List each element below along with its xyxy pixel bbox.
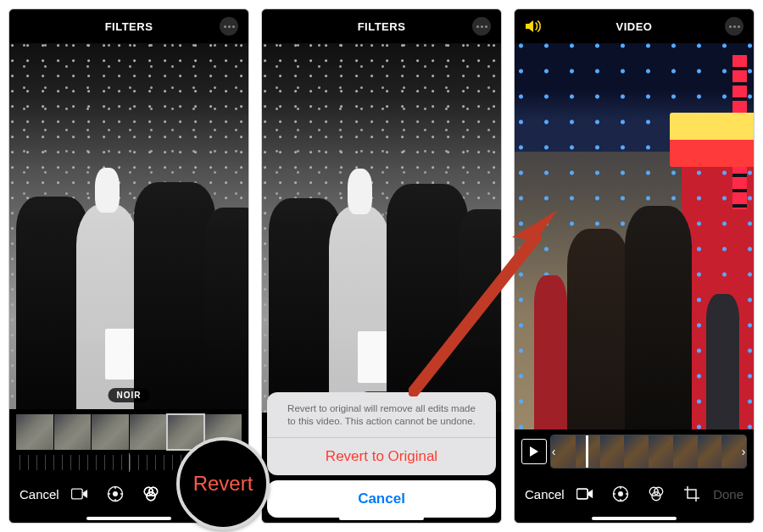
adjust-tool-icon[interactable] [107, 485, 124, 502]
timeline-thumb[interactable] [624, 435, 649, 468]
play-button[interactable] [521, 439, 547, 464]
timeline-thumb[interactable] [551, 435, 576, 468]
timeline-thumb[interactable] [600, 435, 625, 468]
svg-rect-6 [577, 489, 588, 499]
timeline-thumb[interactable] [649, 435, 673, 468]
filter-thumb[interactable] [16, 414, 53, 450]
cancel-button[interactable]: Cancel [19, 487, 59, 502]
header-title: FILTERS [105, 20, 153, 33]
header-bar: VIDEO [515, 9, 754, 43]
callout-revert-circle: Revert [176, 437, 270, 530]
svg-point-2 [113, 491, 118, 496]
filter-thumb[interactable] [54, 414, 92, 450]
action-sheet-card: Revert to original will remove all edits… [267, 392, 496, 475]
filter-thumb[interactable] [92, 414, 129, 450]
action-sheet: Revert to original will remove all edits… [267, 392, 496, 518]
header-bar: FILTERS [262, 9, 501, 43]
video-timeline[interactable] [550, 435, 747, 468]
action-sheet-message: Revert to original will remove all edits… [267, 392, 496, 437]
header-title: FILTERS [358, 20, 406, 33]
video-frame-color [515, 43, 754, 429]
video-timeline-row [521, 435, 747, 468]
timeline-thumb[interactable] [673, 435, 698, 468]
filters-tool-icon[interactable] [142, 485, 159, 502]
video-frame-bw [9, 43, 248, 409]
done-button[interactable]: Done [713, 487, 744, 502]
crop-tool-icon[interactable] [683, 485, 700, 502]
cancel-button[interactable]: Cancel [525, 487, 565, 502]
more-icon[interactable] [725, 17, 744, 36]
svg-point-8 [618, 491, 623, 496]
video-preview[interactable]: NOIR [9, 43, 248, 409]
revert-to-original-button[interactable]: Revert to Original [267, 438, 496, 475]
screen-revert-sheet: FILTERS NOIR Revert to original will rem… [261, 8, 502, 524]
video-tool-icon[interactable] [71, 485, 88, 502]
timeline-thumb[interactable] [698, 435, 722, 468]
more-icon[interactable] [220, 17, 238, 36]
screen-video-original: VIDEO [514, 8, 755, 524]
video-frame-bw [262, 43, 501, 413]
bottom-bar: Cancel Done [515, 474, 754, 514]
header-title: VIDEO [616, 20, 653, 33]
home-indicator [515, 514, 754, 523]
header-bar: FILTERS [9, 9, 248, 43]
sound-icon[interactable] [525, 19, 542, 33]
timeline-thumb[interactable] [721, 435, 746, 468]
callout-revert-label: Revert [193, 472, 253, 496]
filter-thumb[interactable] [130, 414, 167, 450]
video-preview[interactable] [515, 43, 754, 429]
svg-rect-0 [72, 489, 83, 499]
filter-name-badge: NOIR [109, 388, 150, 402]
timeline-playhead[interactable] [586, 435, 588, 468]
filters-tool-icon[interactable] [648, 485, 665, 502]
video-tool-icon[interactable] [576, 485, 593, 502]
tool-row [576, 485, 700, 502]
adjust-tool-icon[interactable] [612, 485, 629, 502]
more-icon[interactable] [472, 17, 491, 36]
video-preview: NOIR [262, 43, 501, 413]
action-sheet-cancel-button[interactable]: Cancel [267, 480, 496, 518]
